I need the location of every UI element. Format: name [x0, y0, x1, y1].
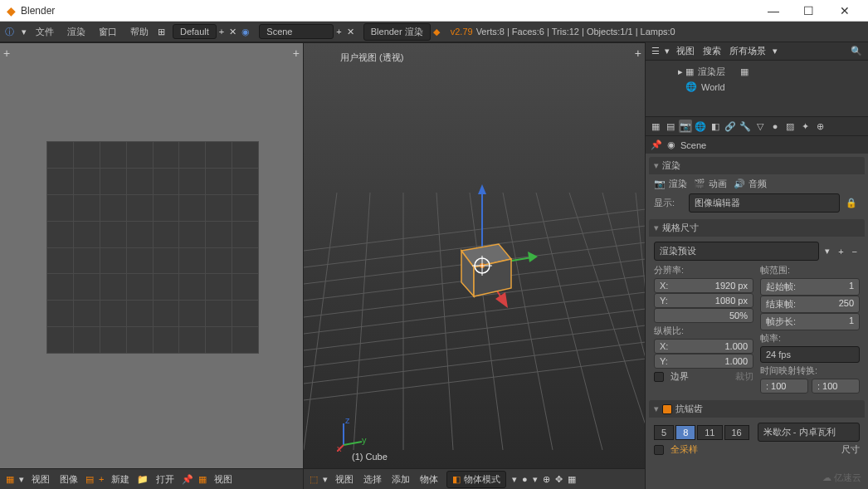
tree-item-world[interactable]: 🌐World — [652, 80, 861, 94]
header-dropdown-icon[interactable]: ▾ — [19, 474, 24, 485]
menu-render[interactable]: 渲染 — [61, 26, 92, 38]
search-icon[interactable]: 🔍 — [851, 46, 862, 56]
panel-render-header[interactable]: ▾渲染 — [649, 157, 865, 174]
breadcrumb-scene[interactable]: Scene — [680, 140, 706, 150]
layout-remove-icon[interactable]: ✕ — [229, 27, 237, 37]
render-preset-selector[interactable]: 渲染预设 — [654, 242, 819, 261]
aa-sample-16[interactable]: 16 — [724, 425, 749, 440]
aspect-x-field[interactable]: X:1.000 — [654, 339, 753, 354]
timeremap-old-field[interactable]: : 100 — [760, 379, 808, 394]
resolution-x-field[interactable]: X:1920 px — [654, 278, 753, 293]
preset-add-icon[interactable]: + — [838, 247, 843, 257]
pivot-icon[interactable]: ⊕ — [543, 474, 550, 485]
uv-mode-view[interactable]: 视图 — [214, 473, 232, 486]
outliner-menu-view[interactable]: 视图 — [676, 45, 695, 57]
preset-dropdown-icon[interactable]: ▾ — [825, 246, 830, 257]
render-engine-selector[interactable]: Blender 渲染 — [363, 23, 431, 41]
uv-open-button[interactable]: 打开 — [156, 473, 174, 486]
menu-file[interactable]: 文件 — [29, 26, 61, 38]
pin-icon[interactable]: 📌 — [182, 474, 193, 485]
image-browse-icon[interactable]: ▤ — [85, 474, 94, 485]
header-dropdown-icon[interactable]: ▾ — [323, 474, 328, 485]
scene-icon[interactable]: ◉ — [241, 27, 250, 37]
frame-start-field[interactable]: 起始帧:1 — [760, 278, 860, 296]
header-dropdown-icon[interactable]: ▾ — [665, 46, 670, 56]
vp-menu-add[interactable]: 添加 — [392, 473, 410, 486]
menu-help[interactable]: 帮助 — [124, 26, 155, 38]
tab-scene[interactable]: 📷 — [679, 120, 692, 133]
tab-texture[interactable]: ▨ — [783, 120, 797, 133]
lock-icon[interactable]: 🔒 — [846, 198, 857, 208]
info-dropdown-icon[interactable]: ▾ — [22, 27, 27, 37]
layout-icon[interactable]: ⊞ — [158, 27, 165, 37]
uv-viewport[interactable]: + + — [0, 42, 303, 468]
uv-menu-view[interactable]: 视图 — [32, 473, 50, 486]
close-button[interactable]: ✕ — [828, 4, 861, 17]
vp-menu-view[interactable]: 视图 — [335, 473, 354, 486]
outliner-icon[interactable]: ☰ — [651, 46, 660, 56]
cube-icon[interactable]: ⬚ — [310, 474, 318, 485]
display-mode-selector[interactable]: 图像编辑器 — [689, 193, 840, 213]
frame-end-field[interactable]: 结束帧:250 — [760, 296, 860, 313]
scene-add-icon[interactable]: + — [336, 27, 341, 37]
tab-render[interactable]: ▦ — [649, 120, 662, 133]
manipulator-icon[interactable]: ✥ — [555, 474, 563, 485]
pin-icon[interactable]: 📌 — [651, 139, 662, 150]
panel-antialias-header[interactable]: ▾抗锯齿 — [649, 400, 865, 418]
antialias-checkbox[interactable] — [662, 404, 672, 414]
tab-renderlayers[interactable]: ▤ — [664, 120, 677, 133]
frame-step-field[interactable]: 帧步长:1 — [760, 313, 860, 330]
outliner-menu-search[interactable]: 搜索 — [703, 45, 721, 57]
info-icon[interactable]: ⓘ — [5, 26, 14, 38]
uv-mode-icon[interactable]: ▦ — [198, 474, 207, 485]
vp-menu-select[interactable]: 选择 — [363, 473, 382, 486]
preset-remove-icon[interactable]: − — [852, 247, 857, 257]
region-plus-icon[interactable]: + — [3, 46, 10, 60]
cube-object[interactable] — [453, 226, 511, 284]
panel-dimensions-header[interactable]: ▾规格尺寸 — [649, 219, 865, 237]
resolution-y-field[interactable]: Y:1080 px — [654, 293, 753, 308]
region-plus-icon[interactable]: + — [293, 46, 300, 60]
uv-new-button[interactable]: 新建 — [111, 473, 129, 486]
outliner-tree[interactable]: ▸▦ 渲染层 ▦ 🌐World — [646, 61, 868, 97]
tree-item-renderlayers[interactable]: ▸▦ 渲染层 ▦ — [652, 64, 861, 80]
tab-modifiers[interactable]: 🔧 — [739, 120, 752, 133]
vp-menu-object[interactable]: 物体 — [420, 473, 438, 486]
folder-icon[interactable]: 📁 — [137, 474, 149, 485]
border-checkbox[interactable] — [654, 372, 664, 382]
uv-editor-icon[interactable]: ▦ — [6, 474, 14, 485]
tab-constraints[interactable]: 🔗 — [724, 120, 737, 133]
framerate-selector[interactable]: 24 fps — [760, 346, 860, 363]
tab-data[interactable]: ▽ — [753, 120, 767, 133]
aspect-y-field[interactable]: Y:1.000 — [654, 354, 753, 369]
animation-button[interactable]: 🎬动画 — [694, 178, 727, 190]
resolution-pct-field[interactable]: 50% — [654, 308, 753, 323]
audio-button[interactable]: 🔊音频 — [734, 178, 767, 190]
fullsample-checkbox[interactable] — [654, 445, 664, 455]
shading-icon[interactable]: ● — [522, 474, 528, 484]
tab-world[interactable]: 🌐 — [694, 120, 707, 133]
layers-icon[interactable]: ▦ — [568, 474, 576, 485]
mode-dropdown-icon[interactable]: ▾ — [512, 474, 517, 485]
aa-sample-8[interactable]: 8 — [675, 425, 695, 440]
aa-filter-selector[interactable]: 米歇尔 - 内卓瓦利 — [758, 423, 860, 442]
shading-dropdown-icon[interactable]: ▾ — [533, 474, 538, 485]
menu-window[interactable]: 窗口 — [92, 26, 124, 38]
tab-object[interactable]: ◧ — [709, 120, 722, 133]
render-button[interactable]: 📷渲染 — [654, 178, 687, 190]
interaction-mode-selector[interactable]: ◧ 物体模式 — [446, 471, 506, 488]
minimize-button[interactable]: — — [757, 4, 790, 17]
3d-viewport[interactable]: + 用户视图 (透视) — [304, 42, 645, 468]
timeremap-new-field[interactable]: : 100 — [812, 379, 860, 394]
tab-physics[interactable]: ⊕ — [813, 120, 827, 133]
outliner-filter[interactable]: 所有场景 — [729, 45, 766, 57]
aa-sample-5[interactable]: 5 — [654, 425, 674, 440]
aa-sample-11[interactable]: 11 — [697, 425, 722, 440]
tab-particles[interactable]: ✦ — [798, 120, 812, 133]
scene-remove-icon[interactable]: ✕ — [347, 27, 354, 37]
layout-add-icon[interactable]: + — [219, 27, 224, 37]
layout-selector[interactable]: Default — [173, 24, 217, 39]
scene-selector[interactable]: Scene — [259, 24, 334, 39]
uv-menu-image[interactable]: 图像 — [60, 473, 78, 486]
filter-dropdown-icon[interactable]: ▾ — [773, 46, 778, 56]
